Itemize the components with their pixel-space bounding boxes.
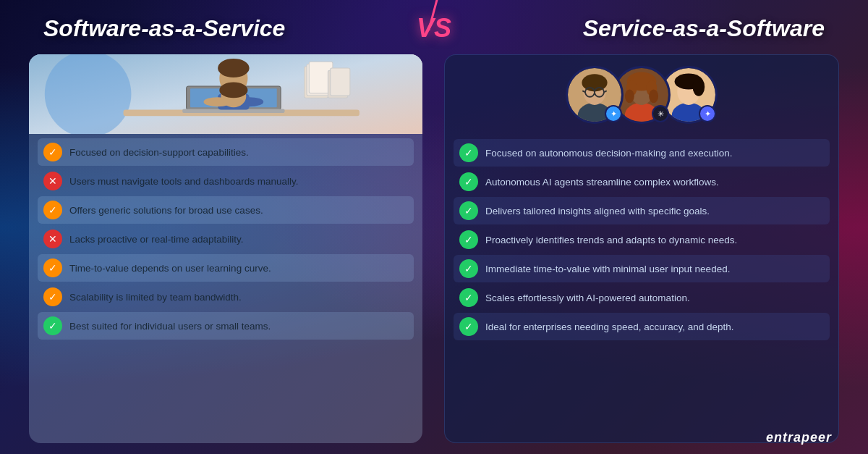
avatar-badge-3: ✦: [699, 105, 716, 122]
right-feature-text-7: Ideal for enterprises needing speed, acc…: [485, 321, 733, 332]
svg-point-18: [219, 83, 247, 98]
right-feature-row-2: ✓Autonomous AI agents streamline complex…: [454, 168, 830, 196]
feature-icon-1: ✓: [43, 143, 62, 161]
content-row: ✓Focused on decision-support capabilitie…: [0, 51, 868, 454]
feature-icon-7: ✓: [43, 316, 62, 335]
right-feature-icon-1: ✓: [459, 143, 478, 162]
left-card-items: ✓Focused on decision-support capabilitie…: [29, 134, 422, 443]
svg-point-41: [693, 77, 705, 96]
feature-icon-2: ✕: [43, 172, 62, 190]
svg-point-2: [45, 54, 132, 134]
left-title: Software-as-a-Service: [43, 15, 398, 42]
left-feature-text-1: Focused on decision-support capabilities…: [69, 147, 249, 158]
right-feature-row-5: ✓Immediate time-to-value with minimal us…: [454, 255, 830, 282]
right-feature-icon-4: ✓: [459, 230, 478, 249]
feature-icon-4: ✕: [43, 230, 62, 248]
left-feature-text-3: Offers generic solutions for broad use c…: [69, 205, 263, 216]
vs-container: VS: [398, 13, 470, 43]
right-feature-icon-6: ✓: [459, 288, 478, 307]
svg-point-36: [649, 90, 658, 104]
right-feature-icon-5: ✓: [459, 259, 478, 278]
svg-point-35: [625, 90, 634, 104]
left-feature-text-4: Lacks proactive or real-time adaptabilit…: [69, 234, 244, 245]
right-feature-icon-3: ✓: [459, 201, 478, 220]
right-feature-text-3: Delivers tailored insights aligned with …: [485, 206, 710, 217]
header-row: Software-as-a-Service VS Service-as-a-So…: [0, 0, 868, 51]
right-feature-text-6: Scales effortlessly with AI-powered auto…: [485, 293, 690, 303]
right-feature-row-7: ✓Ideal for enterprises needing speed, ac…: [454, 313, 830, 340]
left-feature-text-7: Best suited for individual users or smal…: [69, 321, 271, 332]
feature-icon-5: ✓: [43, 258, 62, 277]
right-feature-row-3: ✓Delivers tailored insights aligned with…: [454, 197, 830, 224]
right-card-items: ✓Focused on autonomous decision-making a…: [445, 135, 838, 442]
right-card: ✦: [444, 54, 839, 443]
avatar-badge-1: ✦: [605, 105, 622, 122]
right-title: Service-as-a-Software: [470, 15, 825, 42]
left-feature-row-4: ✕Lacks proactive or real-time adaptabili…: [38, 225, 414, 253]
left-feature-row-3: ✓Offers generic solutions for broad use …: [38, 196, 414, 224]
left-feature-row-7: ✓Best suited for individual users or sma…: [38, 312, 414, 340]
right-feature-row-4: ✓Proactively identifies trends and adapt…: [454, 226, 830, 253]
right-feature-row-6: ✓Scales effortlessly with AI-powered aut…: [454, 284, 830, 311]
vs-label: VS: [417, 13, 451, 43]
avatar-badge-2: ✳: [652, 105, 669, 122]
left-feature-text-6: Scalability is limited by team bandwidth…: [69, 292, 242, 303]
left-feature-row-1: ✓Focused on decision-support capabilitie…: [38, 138, 414, 166]
right-feature-icon-2: ✓: [459, 172, 478, 191]
right-feature-text-2: Autonomous AI agents streamline complex …: [485, 177, 719, 188]
avatar-1: ✦: [566, 66, 624, 124]
left-feature-row-2: ✕Users must navigate tools and dashboard…: [38, 167, 414, 195]
left-feature-row-6: ✓Scalability is limited by team bandwidt…: [38, 283, 414, 311]
left-card: ✓Focused on decision-support capabilitie…: [29, 54, 422, 443]
main-container: Software-as-a-Service VS Service-as-a-So…: [0, 0, 868, 454]
right-feature-text-5: Immediate time-to-value with minimal use…: [485, 264, 730, 274]
feature-icon-6: ✓: [43, 287, 62, 306]
right-card-avatars: ✦: [445, 55, 838, 135]
right-feature-row-1: ✓Focused on autonomous decision-making a…: [454, 139, 830, 167]
brand-name: entrapeer: [766, 430, 832, 445]
left-feature-row-5: ✓Time-to-value depends on user learning …: [38, 254, 414, 282]
right-feature-icon-7: ✓: [459, 317, 478, 336]
svg-rect-7: [331, 68, 350, 96]
avatar-group: ✦: [566, 66, 718, 124]
left-card-image: [29, 54, 422, 134]
right-feature-text-4: Proactively identifies trends and adapts…: [485, 235, 737, 245]
svg-point-13: [218, 59, 250, 77]
right-feature-text-1: Focused on autonomous decision-making an…: [485, 148, 732, 159]
left-feature-text-5: Time-to-value depends on user learning c…: [69, 263, 271, 274]
left-feature-text-2: Users must navigate tools and dashboards…: [69, 176, 298, 187]
feature-icon-3: ✓: [43, 201, 62, 219]
